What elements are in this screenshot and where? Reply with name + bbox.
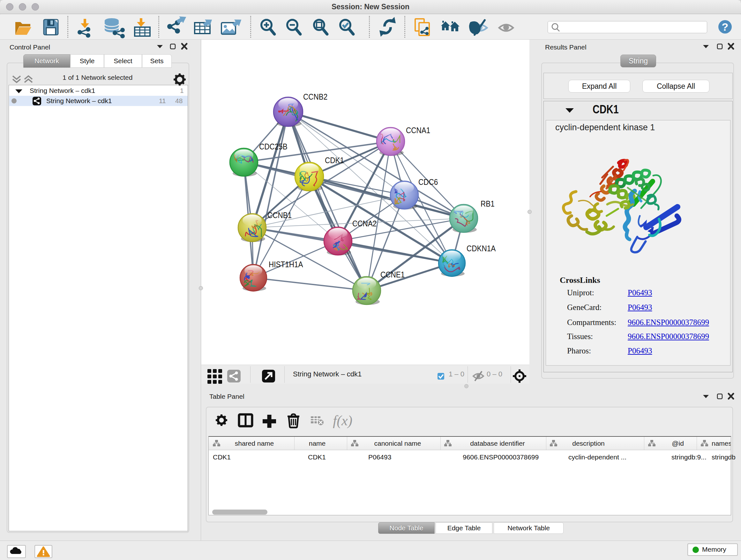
svg-text:canonical name: canonical name (374, 440, 421, 447)
svg-text:CCNA1: CCNA1 (406, 125, 430, 135)
svg-text:CDK1: CDK1 (325, 155, 344, 165)
svg-text:f(x): f(x) (333, 413, 352, 428)
svg-text:CCNE1: CCNE1 (381, 270, 405, 279)
svg-text:@id: @id (672, 440, 684, 447)
svg-text:shared name: shared name (235, 440, 274, 447)
svg-text:CCNA2: CCNA2 (352, 219, 377, 228)
svg-text:HIST1H1A: HIST1H1A (269, 260, 303, 269)
svg-text:database identifier: database identifier (470, 440, 525, 447)
svg-text:CCNB2: CCNB2 (303, 92, 327, 101)
svg-text:CCNB1: CCNB1 (267, 210, 292, 220)
svg-text:description: description (572, 440, 605, 447)
svg-text:CDKN1A: CDKN1A (467, 244, 496, 253)
svg-text:?: ? (722, 21, 729, 33)
svg-text:name: name (309, 440, 326, 447)
svg-text:CDC25B: CDC25B (259, 142, 287, 151)
svg-text:RB1: RB1 (481, 199, 495, 208)
svg-text:CDC6: CDC6 (418, 177, 438, 186)
svg-text:namespace: namespace (712, 440, 731, 447)
